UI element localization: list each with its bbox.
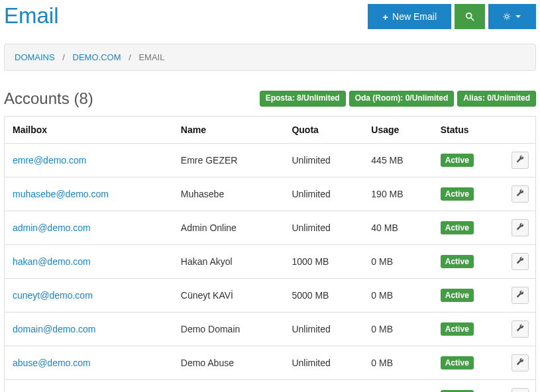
row-settings-button[interactable] — [512, 287, 529, 304]
wrench-icon — [515, 189, 525, 200]
page-title: Email — [4, 4, 59, 28]
caret-down-icon — [515, 12, 521, 21]
col-name: Name — [174, 117, 286, 144]
wrench-icon — [515, 290, 525, 301]
svg-point-0 — [466, 13, 472, 19]
badge-alias: Alias: 0/Unlimited — [457, 91, 536, 107]
badge-eposta: Eposta: 8/Unlimited — [260, 91, 346, 107]
cell-quota: 1000 MB — [285, 245, 364, 279]
table-row: hakan@demo.comHakan Akyol1000 MB0 MBActi… — [5, 245, 536, 279]
svg-line-1 — [471, 18, 474, 21]
wrench-icon — [515, 324, 525, 335]
breadcrumb-current: EMAIL — [138, 52, 164, 62]
table-row: abuse@demo.comDemo AbuseUnlimited0 MBAct… — [5, 346, 536, 380]
col-status: Status — [434, 117, 505, 144]
mailbox-link[interactable]: emre@demo.com — [13, 155, 86, 166]
badge-oda: Oda (Room): 0/Unlimited — [349, 91, 455, 107]
breadcrumb-separator: / — [62, 52, 65, 62]
mailbox-link[interactable]: hakan@demo.com — [13, 256, 91, 267]
cell-quota: Unlimited — [285, 144, 364, 177]
status-badge: Active — [441, 187, 474, 201]
col-mailbox: Mailbox — [5, 117, 174, 144]
cell-usage: 40 MB — [364, 211, 433, 245]
header-actions: + New Email — [368, 4, 536, 29]
cell-quota: Unlimited — [285, 313, 364, 346]
row-settings-button[interactable] — [512, 253, 529, 270]
wrench-icon — [515, 155, 525, 166]
row-settings-button[interactable] — [512, 388, 529, 392]
cell-name: Emre GEZER — [174, 144, 286, 177]
status-badge: Active — [441, 255, 474, 268]
table-row: cuneyt@demo.comCüneyt KAVİ5000 MB0 MBAct… — [5, 279, 536, 313]
mailbox-link[interactable]: abuse@demo.com — [13, 358, 91, 368]
cell-usage: 0 MB — [364, 245, 433, 279]
new-email-button[interactable]: + New Email — [368, 4, 451, 29]
cell-usage: 445 MB — [364, 144, 433, 177]
mailbox-link[interactable]: muhasebe@demo.com — [13, 189, 109, 199]
page-header: Email + New Email — [4, 4, 536, 29]
section-header: Accounts (8) Eposta: 8/Unlimited Oda (Ro… — [4, 89, 536, 108]
table-row: admin@demo.comAdmin OnlineUnlimited40 MB… — [5, 211, 536, 245]
row-settings-button[interactable] — [512, 354, 529, 371]
status-badge: Active — [441, 322, 474, 336]
cell-quota: 5000 MB — [285, 279, 364, 313]
cell-name: Demo Abuse — [174, 346, 286, 380]
cell-name: Hakan Akyol — [174, 245, 286, 279]
status-badge: Active — [441, 356, 474, 369]
wrench-icon — [515, 222, 525, 234]
wrench-icon — [515, 256, 525, 268]
cell-name: Demo Destek — [174, 380, 286, 393]
breadcrumb-domain[interactable]: DEMO.COM — [73, 52, 121, 62]
status-badge: Active — [441, 289, 474, 302]
cell-usage: 0 MB — [364, 279, 433, 313]
breadcrumb: DOMAINS / DEMO.COM / EMAIL — [4, 44, 536, 71]
cell-quota: Unlimited — [285, 380, 364, 393]
cell-name: Cüneyt KAVİ — [174, 279, 286, 313]
svg-point-2 — [506, 15, 508, 18]
status-badge: Active — [441, 154, 474, 167]
search-icon — [465, 12, 474, 21]
cell-usage: 0 MB — [364, 346, 433, 380]
cell-name: Demo Domain — [174, 313, 286, 346]
table-row: destek@demo.comDemo DestekUnlimited8 MBA… — [5, 380, 536, 393]
wrench-icon — [515, 358, 525, 369]
table-header-row: Mailbox Name Quota Usage Status — [5, 117, 536, 144]
mailbox-link[interactable]: cuneyt@demo.com — [13, 290, 93, 301]
cell-usage: 8 MB — [364, 380, 433, 393]
col-actions — [505, 117, 536, 144]
cell-quota: Unlimited — [285, 211, 364, 245]
cell-quota: Unlimited — [285, 177, 364, 211]
plus-icon: + — [382, 12, 388, 22]
mailbox-link[interactable]: domain@demo.com — [13, 324, 96, 334]
cell-quota: Unlimited — [285, 346, 364, 380]
settings-dropdown-button[interactable] — [488, 4, 536, 29]
breadcrumb-domains[interactable]: DOMAINS — [15, 52, 55, 62]
quota-badges: Eposta: 8/Unlimited Oda (Room): 0/Unlimi… — [260, 91, 536, 107]
row-settings-button[interactable] — [512, 320, 529, 338]
cell-name: Muhasebe — [174, 177, 286, 211]
breadcrumb-separator: / — [129, 52, 131, 62]
col-quota: Quota — [285, 117, 364, 144]
cell-name: Admin Online — [174, 211, 286, 245]
table-row: emre@demo.comEmre GEZERUnlimited445 MBAc… — [5, 144, 536, 177]
row-settings-button[interactable] — [512, 219, 529, 236]
mailbox-link[interactable]: admin@demo.com — [13, 222, 91, 233]
row-settings-button[interactable] — [512, 152, 529, 169]
gear-icon — [503, 12, 511, 21]
cell-usage: 190 MB — [364, 177, 433, 211]
accounts-table: Mailbox Name Quota Usage Status emre@dem… — [4, 116, 536, 392]
table-row: domain@demo.comDemo DomainUnlimited0 MBA… — [5, 313, 536, 346]
new-email-label: New Email — [392, 11, 437, 22]
status-badge: Active — [441, 221, 474, 234]
col-usage: Usage — [364, 117, 433, 144]
section-title: Accounts (8) — [4, 89, 93, 108]
search-button[interactable] — [455, 4, 485, 29]
table-row: muhasebe@demo.comMuhasebeUnlimited190 MB… — [5, 177, 536, 211]
row-settings-button[interactable] — [512, 185, 529, 203]
cell-usage: 0 MB — [364, 313, 433, 346]
